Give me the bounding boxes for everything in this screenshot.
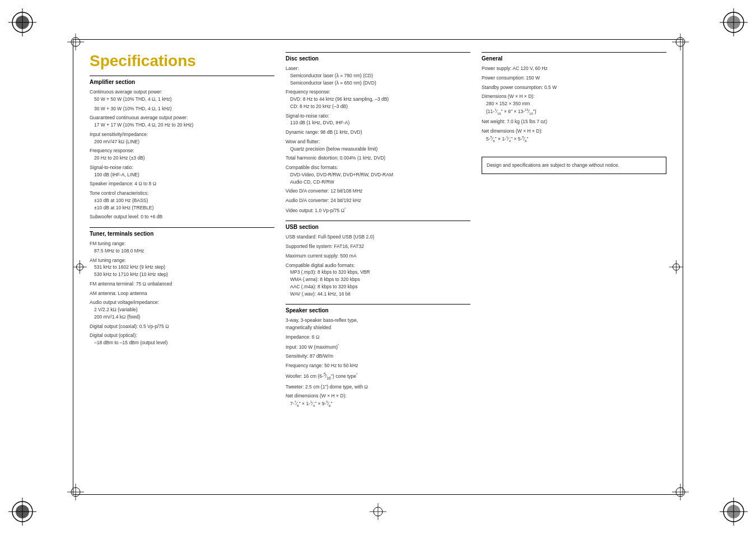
border-bottom [73,494,683,495]
tuner-spec-4: AM antenna: Loop antenna [90,290,274,297]
speaker-spec-type: 3-way, 3-speaker bass-reflex type, magne… [286,317,470,331]
amp-spec-2: 30 W + 30 W (10% THD, 4 Ω, 1 kHz) [90,105,274,113]
column-2: Disc section Laser: Semiconductor laser … [286,44,470,490]
usb-spec-2: Supported file system: FAT16, FAT32 [286,243,470,250]
disc-spec-2: Frequency response: DVD: 8 Hz to 44 kHz … [286,88,470,110]
disc-spec-7: Compatible disc formats: DVD-Video, DVD-… [286,164,470,185]
crosshair-center-bottom [370,503,386,520]
column-3: General Power supply: AC 120 V, 60 Hz Po… [482,44,666,490]
reg-mark-bottom-right [720,498,748,526]
page: Specifications Amplifier section Continu… [0,0,756,534]
usb-spec-4: Compatible digital audio formats: MP3 (.… [286,262,470,298]
amp-spec-9: Subwoofer output level: 0 to +6 dB [90,213,274,221]
disc-spec-9: Audio D/A converter: 24 bit/192 kHz [286,197,470,204]
reg-mark-top-left [8,8,36,36]
crosshair-inner-bottom-left [67,484,84,500]
tuner-spec-5: Audio output voltage/impedance: 2 V/2.2 … [90,299,274,320]
general-spec-6: Net dimensions (W × H × D): 5-5⁄8" × 1-1… [482,128,666,143]
tuner-spec-2: AM tuning range: 531 kHz to 1602 kHz (9 … [90,257,274,278]
disc-spec-10: Video output: 1.0 Vp-p/75 Ω* [286,207,470,214]
disc-spec-4: Dynamic range: 98 dB (1 kHz, DVD) [286,129,470,136]
crosshair-inner-bottom-right [672,484,689,500]
disc-spec-6: Total harmonic distortion: 0.004% (1 kHz… [286,154,470,162]
tuner-spec-3: FM antenna terminal: 75 Ω unbalanced [90,280,274,288]
amp-spec-6: Signal-to-noise ratio: 100 dB (IHF-A, LI… [90,164,274,179]
speaker-spec-3: Sensitivity: 87 dB/W/m [286,353,470,360]
general-spec-1: Power supply: AC 120 V, 60 Hz [482,65,666,72]
crosshair-inner-top-right [672,34,689,50]
page-title: Specifications [90,52,274,70]
border-top [73,39,683,40]
general-spec-4: Dimensions (W × H × D): 280 × 152 × 350 … [482,93,666,116]
amp-spec-4: Input sensitivity/impedance: 200 mV/47 k… [90,131,274,146]
amp-spec-5: Frequency response: 20 Hz to 20 kHz (±3 … [90,147,274,162]
crosshair-inner-top-left [67,34,84,50]
usb-spec-1: USB standard: Full-Speed USB (USB 2.0) [286,233,470,241]
content-area: Specifications Amplifier section Continu… [90,44,666,490]
section-header-disc: Disc section [286,52,470,62]
speaker-spec-7: Net dimensions (W × H × D): 7-7⁄8" × 1-1… [286,392,470,408]
crosshair-mid-right [669,260,683,274]
speaker-spec-1: Impedance: 6 Ω [286,334,470,341]
column-1: Specifications Amplifier section Continu… [90,44,274,490]
amp-spec-1: Continuous average output power: 50 W + … [90,88,274,103]
section-header-usb: USB section [286,221,470,230]
tuner-spec-6: Digital output (coaxial): 0.5 Vp-p/75 Ω [90,323,274,330]
speaker-spec-5: Woofer: 16 cm (6-5⁄16") cone type* [286,372,470,381]
tuner-spec-1: FM tuning range: 87.5 MHz to 108.0 MHz [90,240,274,255]
disc-spec-8: Video D/A converter: 12 bit/108 MHz [286,188,470,195]
reg-mark-top-right [720,8,748,36]
section-header-general: General [482,52,666,62]
amp-spec-8: Tone control characteristics: ±10 dB at … [90,190,274,211]
speaker-spec-4: Frequency range: 50 Hz to 50 kHz [286,362,470,369]
note-box: Design and specifications are subject to… [482,157,666,174]
amp-spec-7: Speaker impedance: 4 Ω to 8 Ω [90,180,274,188]
disc-spec-3: Signal-to-noise ratio: 110 dB (1 kHz, DV… [286,113,470,127]
tuner-spec-7: Digital output (optical): –18 dBm to –15… [90,332,274,346]
speaker-spec-6: Tweeter: 2.5 cm (1") dome type, with Ω [286,383,470,391]
section-header-tuner: Tuner, terminals section [90,227,274,237]
section-header-amplifier: Amplifier section [90,76,274,85]
speaker-spec-2: Input: 100 W (maximum)* [286,343,470,351]
usb-spec-3: Maximum current supply: 500 mA [286,252,470,260]
disc-spec-1: Laser: Semiconductor laser (λ = 780 nm) … [286,65,470,86]
crosshair-mid-left [73,260,87,274]
amp-spec-3: Guaranteed continuous average output pow… [90,114,274,129]
section-header-speaker: Speaker section [286,304,470,313]
general-spec-3: Standby power consumption: 0.5 W [482,84,666,91]
general-spec-2: Power consumption: 150 W [482,74,666,82]
disc-spec-5: Wow and flutter: Quartz precision (below… [286,138,470,153]
general-spec-5: Net weight: 7.0 kg (15 lbs 7 oz) [482,118,666,125]
reg-mark-bottom-left [8,498,36,526]
